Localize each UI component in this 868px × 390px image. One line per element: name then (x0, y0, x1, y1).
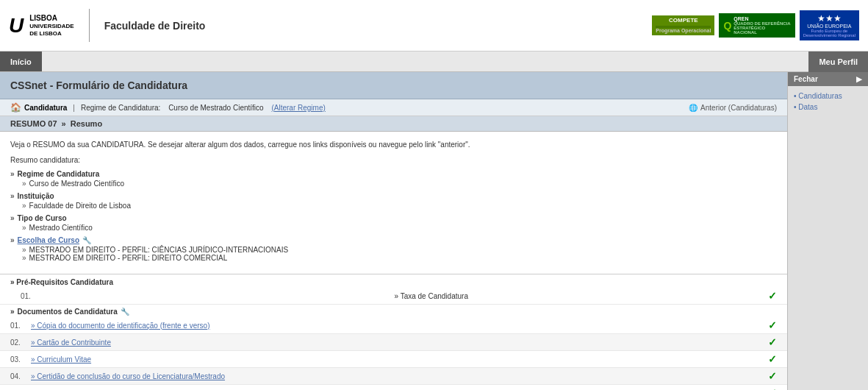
doc-check: ✓ (768, 336, 777, 348)
regime-value: » Curso de Mestrado Científico (10, 180, 777, 188)
faculty-name: Faculdade de Direito (104, 20, 206, 32)
main-wrapper: CSSnet - Formulário de Candidatura 🏠 Can… (0, 72, 868, 390)
sidebar-links: Candidaturas Datas (788, 86, 868, 120)
section-arrows: » (62, 119, 66, 128)
sidebar-header: Fechar ▶ (788, 72, 868, 86)
alterar-regime-link[interactable]: (Alterar Regime) (271, 104, 325, 112)
section-prefix: RESUMO 07 (10, 119, 57, 128)
regime-label: » Regime de Candidatura (10, 170, 777, 178)
escolha-curso-label: » Escolha de Curso 🔧 (10, 236, 777, 244)
docs-icon: 🔧 (121, 308, 129, 316)
pre-requisitos-header: » Pré-Requisitos Candidatura (0, 274, 787, 288)
doc-number: 01. (10, 322, 31, 330)
sidebar: Fechar ▶ Candidaturas Datas (787, 72, 868, 390)
sidebar-link-datas[interactable]: Datas (794, 103, 862, 111)
meu-perfil-button[interactable]: Meu Perfil (808, 52, 868, 72)
content-area: CSSnet - Formulário de Candidatura 🏠 Can… (0, 72, 787, 390)
inicio-button[interactable]: Início (0, 52, 42, 71)
instituicao-value: » Faculdade de Direito de Lisboa (10, 202, 777, 210)
doc-number: 03. (10, 355, 31, 364)
doc-row: 01. » Cópia do documento de identificaçã… (0, 317, 787, 334)
header-logos: COMPETE Programa Operacional Q QREN QUAD… (652, 10, 859, 40)
escolha-curso-value-2: » MESTRADO EM DIREITO - PERFIL: DIREITO … (10, 254, 777, 262)
breadcrumb-bar: 🏠 Candidatura | Regime de Candidatura: C… (0, 99, 787, 116)
section-header: RESUMO 07 » Resumo (0, 116, 787, 132)
regime-section: » Regime de Candidatura » Curso de Mestr… (10, 170, 777, 188)
sidebar-close-button[interactable]: ▶ (856, 75, 862, 83)
doc-check: ✓ (768, 353, 777, 365)
regime-value (163, 104, 165, 112)
candidatura-link[interactable]: Candidatura (24, 104, 67, 112)
tipo-curso-section: » Tipo de Curso » Mestrado Científico (10, 214, 777, 232)
instituicao-section: » Instituição » Faculdade de Direito de … (10, 192, 777, 210)
regime-value-text: Curso de Mestrado Científico (168, 104, 264, 112)
compete-logo: COMPETE Programa Operacional (652, 15, 714, 35)
escolha-curso-value-1: » MESTRADO EM DIREITO - PERFIL: CIÊNCIAS… (10, 246, 777, 254)
doc-name[interactable]: » Certidão de conclusão do curso de Lice… (31, 372, 768, 380)
doc-row: 05. » Certificado comprovativo das disci… (0, 385, 787, 390)
doc-rows: 01. » Cópia do documento de identificaçã… (0, 317, 787, 390)
tipo-curso-label: » Tipo de Curso (10, 214, 777, 222)
prereq-number-1: 01. (21, 292, 395, 300)
escolha-curso-section: » Escolha de Curso 🔧 » MESTRADO EM DIREI… (10, 236, 777, 262)
anterior-link[interactable]: 🌐 Anterior (Candidaturas) (689, 104, 777, 112)
logo-area: U LISBOA UNIVERSIDADE DE LISBOA Faculdad… (9, 9, 205, 42)
navbar: Início Meu Perfil (0, 52, 868, 72)
navbar-right: Meu Perfil (808, 52, 868, 72)
doc-number: 04. (10, 372, 31, 380)
page-title: CSSnet - Formulário de Candidatura (0, 72, 787, 99)
documentos-wrapper: » Documentos de Candidatura 🔧 01. » Cópi… (0, 305, 787, 390)
tipo-curso-value: » Mestrado Científico (10, 224, 777, 232)
sidebar-link-candidaturas[interactable]: Candidaturas (794, 92, 862, 100)
prereq-row-1: 01. » Taxa de Candidatura ✓ (0, 288, 787, 305)
breadcrumb-left: 🏠 Candidatura | Regime de Candidatura: C… (10, 102, 326, 113)
anterior-icon: 🌐 (689, 104, 697, 112)
instituicao-label: » Instituição (10, 192, 777, 200)
form-content: Veja o RESUMO da sua CANDIDATURA. Se des… (0, 132, 787, 274)
documentos-header: » Documentos de Candidatura 🔧 (0, 305, 787, 317)
qren-logo: Q QREN QUADRO DE REFERÊNCIA ESTRATÉGICO … (719, 13, 795, 38)
prereq-text-1: » Taxa de Candidatura (395, 292, 769, 300)
form-intro: Veja o RESUMO da sua CANDIDATURA. Se des… (10, 139, 777, 150)
lisbon-text: LISBOA UNIVERSIDADE DE LISBOA (29, 14, 73, 37)
u-logo: U (9, 14, 24, 38)
header-divider (89, 9, 90, 42)
doc-row: 02. » Cartão de Contribuinte ✓ (0, 334, 787, 351)
doc-name[interactable]: » Cópia do documento de identificação (f… (31, 322, 768, 330)
page-header: U LISBOA UNIVERSIDADE DE LISBOA Faculdad… (0, 0, 868, 52)
doc-check: ✓ (768, 319, 777, 331)
prereq-check-1: ✓ (768, 290, 777, 302)
regime-label: Regime de Candidatura: (81, 104, 160, 112)
doc-row: 03. » Curriculum Vitae ✓ (0, 351, 787, 368)
resumo-label: Resumo candidatura: (10, 155, 777, 166)
doc-check: ✓ (768, 387, 777, 390)
pre-requisitos-wrapper: » Pré-Requisitos Candidatura 01. » Taxa … (0, 274, 787, 305)
sidebar-close-label: Fechar (794, 75, 818, 83)
section-title: Resumo (71, 119, 102, 128)
doc-name[interactable]: » Curriculum Vitae (31, 355, 768, 364)
doc-row: 04. » Certidão de conclusão do curso de … (0, 368, 787, 385)
doc-check: ✓ (768, 370, 777, 382)
escolha-icon: 🔧 (82, 236, 91, 244)
doc-number: 02. (10, 338, 31, 347)
eu-logo: ★★★ UNIÃO EUROPEIA Fundo Europeu de Dese… (800, 10, 859, 40)
candidatura-icon: 🏠 (10, 102, 21, 113)
doc-name[interactable]: » Cartão de Contribuinte (31, 338, 768, 347)
